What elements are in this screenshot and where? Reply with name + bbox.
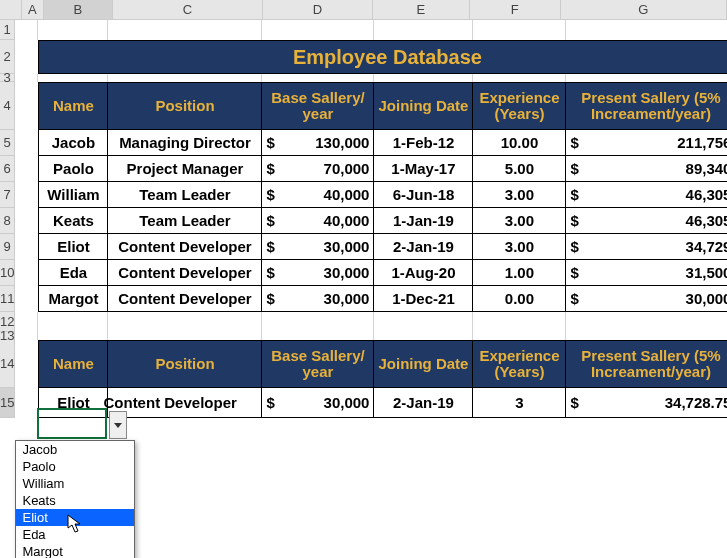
worksheet-area[interactable]: Employee Database Name Position Base Sal… [15,20,727,418]
cell-position[interactable]: Managing Director [108,130,262,156]
cell-exp[interactable]: 3.00 [473,182,566,208]
cell-present[interactable]: $211,756 [566,130,727,156]
cell-exp[interactable]: 5.00 [473,156,566,182]
lookup-row: Eliot Content Developer $30,000 2-Jan-19… [38,388,727,418]
table-row: EliotContent Developer$30,0002-Jan-193.0… [38,234,727,260]
lookup-present-cell[interactable]: $34,728.75 [566,388,727,418]
dropdown-option[interactable]: Eliot [16,509,134,526]
cell-present[interactable]: $34,729 [566,234,727,260]
table-header-row: Name Position Base Sallery/ year Joining… [38,82,727,130]
cell-present[interactable]: $46,305 [566,208,727,234]
table-row: PaoloProject Manager$70,0001-May-175.00$… [38,156,727,182]
header2-exp: Experience (Years) [473,340,566,388]
cell-position[interactable]: Content Developer [108,260,262,286]
header2-position: Position [108,340,262,388]
cell-base[interactable]: $40,000 [262,182,374,208]
dropdown-option[interactable]: William [16,475,134,492]
cell-position[interactable]: Team Leader [108,208,262,234]
lookup-position-cell[interactable]: Content Developer [108,388,262,418]
cell-present[interactable]: $30,000 [566,286,727,312]
header2-present: Present Sallery (5% Increament/year) [566,340,727,388]
dropdown-option[interactable]: Jacob [16,441,134,458]
cell-position[interactable]: Team Leader [108,182,262,208]
cell-present[interactable]: $89,340 [566,156,727,182]
cell-name[interactable]: Jacob [38,130,108,156]
dropdown-list[interactable]: JacobPaoloWilliamKeatsEliotEdaMargot [15,440,135,558]
cell-joining[interactable]: 1-Feb-12 [374,130,473,156]
cell-name[interactable]: Eliot [38,234,108,260]
col-D[interactable]: D [263,0,373,19]
dropdown-option[interactable]: Margot [16,543,134,558]
dropdown-arrow-button[interactable] [109,411,127,439]
cell-present[interactable]: $31,500 [566,260,727,286]
cell-joining[interactable]: 1-Aug-20 [374,260,473,286]
lookup-name-cell[interactable]: Eliot [38,388,108,418]
cell-exp[interactable]: 0.00 [473,286,566,312]
cell-joining[interactable]: 1-Dec-21 [374,286,473,312]
table-row: WilliamTeam Leader$40,0006-Jun-183.00$46… [38,182,727,208]
row-1[interactable]: 1 [0,20,14,40]
cell-name[interactable]: Keats [38,208,108,234]
row-13[interactable]: 13 [0,332,14,340]
header2-name: Name [38,340,108,388]
cell-base[interactable]: $30,000 [262,286,374,312]
cell-base[interactable]: $70,000 [262,156,374,182]
lookup-joining-cell[interactable]: 2-Jan-19 [374,388,473,418]
cell-joining[interactable]: 1-May-17 [374,156,473,182]
row-15[interactable]: 15 [0,388,14,418]
cell-name[interactable]: William [38,182,108,208]
row-11[interactable]: 11 [0,286,14,312]
lookup-base-cell[interactable]: $30,000 [262,388,374,418]
row-5[interactable]: 5 [0,130,14,156]
row-8[interactable]: 8 [0,208,14,234]
col-G[interactable]: G [561,0,727,19]
select-all-corner[interactable] [0,0,22,19]
row-9[interactable]: 9 [0,234,14,260]
dropdown-option[interactable]: Keats [16,492,134,509]
col-C[interactable]: C [113,0,264,19]
row-6[interactable]: 6 [0,156,14,182]
cell-joining[interactable]: 1-Jan-19 [374,208,473,234]
cell-name[interactable]: Paolo [38,156,108,182]
cell-base[interactable]: $30,000 [262,260,374,286]
cell-base[interactable]: $130,000 [262,130,374,156]
table-row: MargotContent Developer$30,0001-Dec-210.… [38,286,727,312]
col-B[interactable]: B [44,0,113,19]
dropdown-option[interactable]: Eda [16,526,134,543]
col-A[interactable]: A [22,0,45,19]
dropdown-option[interactable]: Paolo [16,458,134,475]
title-cell: Employee Database [38,40,727,74]
row-header-col[interactable]: 1 2 3 4 5 6 7 8 9 10 11 12 13 14 15 [0,20,15,418]
cell-exp[interactable]: 3.00 [473,234,566,260]
header-position: Position [108,82,262,130]
header-base: Base Sallery/ year [262,82,374,130]
row-7[interactable]: 7 [0,182,14,208]
column-header-row[interactable]: A B C D E F G [0,0,727,20]
cell-name[interactable]: Margot [38,286,108,312]
cell-position[interactable]: Content Developer [108,234,262,260]
col-F[interactable]: F [470,0,561,19]
table-row: KeatsTeam Leader$40,0001-Jan-193.00$46,3… [38,208,727,234]
cell-exp[interactable]: 3.00 [473,208,566,234]
cell-base[interactable]: $30,000 [262,234,374,260]
row-10[interactable]: 10 [0,260,14,286]
lookup-header-row: Name Position Base Sallery/ year Joining… [38,340,727,388]
cell-present[interactable]: $46,305 [566,182,727,208]
lookup-exp-cell[interactable]: 3 [473,388,566,418]
header-name: Name [38,82,108,130]
cell-joining[interactable]: 2-Jan-19 [374,234,473,260]
cell-joining[interactable]: 6-Jun-18 [374,182,473,208]
header-exp: Experience (Years) [473,82,566,130]
cell-exp[interactable]: 10.00 [473,130,566,156]
cell-position[interactable]: Project Manager [108,156,262,182]
cell-base[interactable]: $40,000 [262,208,374,234]
cell-exp[interactable]: 1.00 [473,260,566,286]
header2-joining: Joining Date [374,340,473,388]
row-2[interactable]: 2 [0,40,14,74]
col-E[interactable]: E [373,0,470,19]
cell-position[interactable]: Content Developer [108,286,262,312]
cell-name[interactable]: Eda [38,260,108,286]
row-3[interactable]: 3 [0,74,14,82]
row-4[interactable]: 4 [0,82,14,130]
row-14[interactable]: 14 [0,340,14,388]
